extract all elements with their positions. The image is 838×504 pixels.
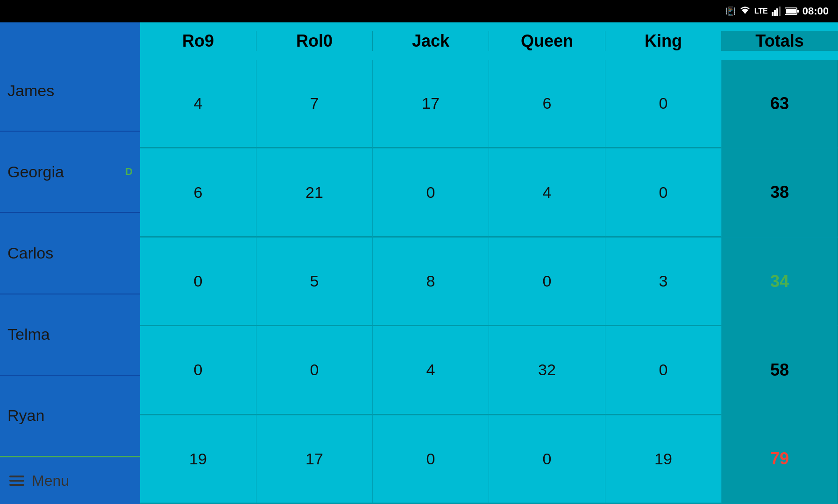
player-name: Georgia: [7, 163, 64, 181]
score-cell: 0: [373, 415, 489, 504]
score-cell: 4: [373, 326, 489, 414]
player-row-telma: Telma: [0, 294, 140, 376]
total-cell: 58: [722, 326, 838, 414]
col-header-king: King: [605, 31, 722, 51]
total-cell: 34: [722, 238, 838, 326]
svg-rect-3: [776, 8, 778, 16]
player-names: JamesGeorgiaDCarlosTelmaRyan: [0, 50, 140, 457]
player-row-ryan: Ryan: [0, 376, 140, 457]
svg-rect-2: [774, 10, 776, 16]
score-row-james: 47176063: [140, 60, 838, 148]
score-cell: 0: [140, 326, 256, 414]
battery-icon: [785, 7, 799, 15]
player-name: Ryan: [7, 406, 44, 425]
col-header-totals: Totals: [722, 31, 838, 51]
vibrate-icon: 📳: [725, 6, 736, 16]
menu-label: Menu: [32, 472, 69, 490]
col-header-jack: Jack: [373, 31, 489, 51]
score-cell: 6: [489, 60, 605, 148]
table-area: Ro9Rol0JackQueenKingTotals 4717606362104…: [140, 22, 838, 504]
menu-button[interactable]: Menu: [0, 457, 140, 504]
hamburger-icon: [9, 476, 24, 486]
score-cell: 0: [605, 148, 722, 237]
score-cell: 0: [140, 238, 256, 326]
svg-rect-7: [797, 10, 799, 13]
score-cell: 6: [140, 148, 256, 237]
score-cell: 19: [140, 415, 256, 504]
score-cell: 5: [256, 238, 373, 326]
score-cell: 19: [605, 415, 722, 504]
score-cell: 0: [489, 238, 605, 326]
total-cell: 79: [722, 415, 838, 504]
svg-marker-0: [742, 10, 748, 14]
score-row-telma: 00432058: [140, 326, 838, 415]
total-cell: 63: [722, 60, 838, 148]
sidebar-header: [0, 22, 140, 50]
score-cell: 4: [140, 60, 256, 148]
main-content: JamesGeorgiaDCarlosTelmaRyan Menu Ro9Rol…: [0, 22, 838, 504]
score-cell: 17: [256, 415, 373, 504]
score-rows: 4717606362104038058033400432058191700197…: [140, 60, 838, 504]
score-cell: 0: [605, 326, 722, 414]
lte-icon: LTE: [754, 7, 768, 15]
score-row-georgia: 62104038: [140, 148, 838, 237]
player-row-georgia: GeorgiaD: [0, 132, 140, 213]
svg-rect-1: [772, 12, 774, 16]
wifi-icon: [739, 7, 751, 16]
player-row-james: James: [0, 50, 140, 132]
score-cell: 7: [256, 60, 373, 148]
col-header-ro9: Ro9: [140, 31, 256, 51]
column-headers: Ro9Rol0JackQueenKingTotals: [140, 22, 838, 60]
score-cell: 0: [605, 60, 722, 148]
status-time: 08:00: [802, 5, 829, 17]
player-name: Telma: [7, 325, 50, 343]
score-cell: 3: [605, 238, 722, 326]
score-cell: 21: [256, 148, 373, 237]
sidebar: JamesGeorgiaDCarlosTelmaRyan Menu: [0, 22, 140, 504]
score-cell: 0: [256, 326, 373, 414]
score-cell: 4: [489, 148, 605, 237]
score-cell: 17: [373, 60, 489, 148]
player-name: James: [7, 82, 54, 100]
col-header-queen: Queen: [489, 31, 605, 51]
score-cell: 0: [373, 148, 489, 237]
score-row-carlos: 0580334: [140, 238, 838, 326]
svg-rect-4: [779, 7, 781, 16]
col-header-ro10: Rol0: [256, 31, 373, 51]
score-cell: 8: [373, 238, 489, 326]
score-cell: 32: [489, 326, 605, 414]
player-name: Carlos: [7, 244, 53, 262]
player-row-carlos: Carlos: [0, 213, 140, 294]
svg-rect-6: [786, 9, 796, 14]
total-cell: 38: [722, 148, 838, 237]
signal-icon: [772, 7, 781, 16]
status-icons: 📳 LTE 08:00: [725, 5, 829, 17]
score-row-ryan: 1917001979: [140, 415, 838, 504]
score-cell: 0: [489, 415, 605, 504]
status-bar: 📳 LTE 08:00: [0, 0, 838, 22]
dealer-badge: D: [125, 166, 133, 178]
